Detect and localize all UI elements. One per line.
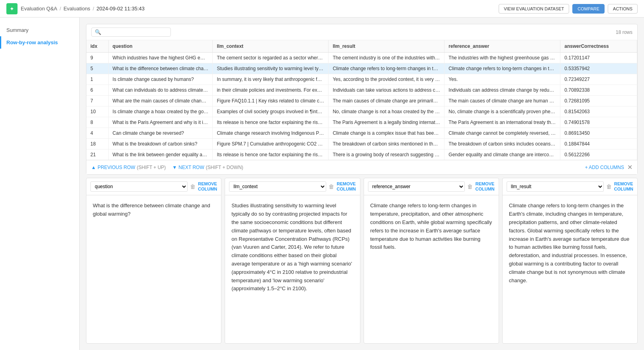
search-box[interactable]: 🔍 — [91, 28, 171, 37]
cell-llm-context: Its release is hence one factor explaini… — [213, 149, 329, 160]
next-row-label: NEXT ROW — [178, 165, 204, 170]
cell-idx: 9 — [86, 53, 108, 63]
table-row[interactable]: 6 What can individuals do to address cli… — [86, 85, 637, 96]
search-icon: 🔍 — [95, 29, 101, 35]
col-header-reference-answer[interactable]: reference_answer — [444, 40, 560, 53]
table-row[interactable]: 7 What are the main causes of climate ch… — [86, 96, 637, 106]
breadcrumb: Evaluation Q&A / Evaluations / 2024-09-0… — [21, 6, 145, 12]
actions-button[interactable]: ACTIONS — [608, 4, 638, 14]
table-row[interactable]: 18 What is the breakdown of carbon sinks… — [86, 139, 637, 149]
cell-llm-context: Its release is hence one factor explaini… — [213, 117, 329, 128]
table-row[interactable]: 10 Is climate change a hoax created by t… — [86, 106, 637, 117]
cell-idx: 1 — [86, 74, 108, 85]
cell-llm-result: The main causes of climate change are pr… — [329, 96, 444, 106]
delete-column-icon[interactable]: 🗑 — [606, 183, 612, 190]
cell-idx: 10 — [86, 106, 108, 117]
cell-answer-correctness: 0.72681095 — [560, 96, 637, 106]
view-dataset-button[interactable]: VIEW EVALUATION DATASET — [499, 4, 569, 14]
columns-row: questionllm_contextllm_resultreference_a… — [86, 178, 638, 344]
col-header-answer-correctness[interactable]: answerCorrectness — [560, 40, 637, 53]
delete-column-icon[interactable]: 🗑 — [190, 183, 196, 190]
col-header-llm-result[interactable]: llm_result — [329, 40, 444, 53]
delete-column-icon[interactable]: 🗑 — [329, 183, 334, 190]
col-header-llm-context[interactable]: llm_context — [213, 40, 329, 53]
sidebar-item-summary[interactable]: Summary — [0, 24, 79, 36]
table-scroll[interactable]: idx question llm_context llm_result refe… — [86, 40, 637, 160]
cell-question: What is the breakdown of carbon sinks? — [108, 139, 213, 149]
cell-answer-correctness: 0.70892338 — [560, 85, 637, 96]
cell-llm-context: in their climate policies and investment… — [213, 85, 329, 96]
table-row[interactable]: 9 Which industries have the highest GHG … — [86, 53, 637, 63]
topbar-right: VIEW EVALUATION DATASET COMPARE ACTIONS — [499, 4, 638, 14]
detail-panel-panel-reference-answer: questionllm_contextllm_resultreference_a… — [364, 178, 499, 344]
cell-idx: 18 — [86, 139, 108, 149]
cell-answer-correctness: 0.17201147 — [560, 53, 637, 63]
down-arrow-icon: ▼ — [172, 165, 177, 170]
cell-idx: 5 — [86, 63, 108, 74]
column-select[interactable]: questionllm_contextllm_resultreference_a… — [368, 181, 465, 192]
table-row[interactable]: 4 Can climate change be reversed? Climat… — [86, 128, 637, 139]
cell-llm-context: Studies illustrating sensitivity to warm… — [213, 63, 329, 74]
cell-question: Is climate change a hoax created by the … — [108, 106, 213, 117]
cell-question: Which industries have the highest GHG em… — [108, 53, 213, 63]
cell-answer-correctness: 0.56122266 — [560, 149, 637, 160]
cell-reference-answer: Yes. — [444, 74, 560, 85]
rows-count: 18 rows — [616, 29, 632, 35]
nav-row: ▲ PREVIOUS ROW (SHIFT + UP) ▼ NEXT ROW (… — [86, 160, 637, 174]
table-row[interactable]: 5 What is the difference between climate… — [86, 63, 637, 74]
cell-reference-answer: Climate change refers to long-term chang… — [444, 63, 560, 74]
table-area: 🔍 18 rows idx question llm_context llm_r… — [86, 24, 638, 175]
breadcrumb-item-2[interactable]: Evaluations — [63, 6, 90, 12]
table-row[interactable]: 8 What is the Paris Agreement and why is… — [86, 117, 637, 128]
compare-button[interactable]: COMPARE — [572, 4, 605, 14]
sidebar-item-row-by-row[interactable]: Row-by-row analysis — [0, 36, 79, 49]
cell-question: Can climate change be reversed? — [108, 128, 213, 139]
table-toolbar: 🔍 18 rows — [86, 24, 637, 40]
cell-reference-answer: The main causes of climate change are hu… — [444, 96, 560, 106]
column-select[interactable]: questionllm_contextllm_resultreference_a… — [229, 181, 326, 192]
column-select[interactable]: questionllm_contextllm_resultreference_a… — [507, 181, 604, 192]
topbar-left: ✦ Evaluation Q&A / Evaluations / 2024-09… — [6, 3, 145, 14]
col-header-idx[interactable]: idx — [86, 40, 108, 53]
add-columns-button[interactable]: + ADD COLUMNS — [585, 165, 624, 170]
column-panel-header: questionllm_contextllm_resultreference_a… — [86, 178, 221, 195]
col-header-question[interactable]: question — [108, 40, 213, 53]
up-arrow-icon: ▲ — [91, 165, 96, 170]
table-row[interactable]: 1 Is climate change caused by humans? In… — [86, 74, 637, 85]
cell-answer-correctness: 0.86913450 — [560, 128, 637, 139]
data-table: idx question llm_context llm_result refe… — [86, 40, 637, 160]
cell-idx: 4 — [86, 128, 108, 139]
column-content: Climate change refers to long-term chang… — [364, 195, 499, 343]
cell-idx: 8 — [86, 117, 108, 128]
delete-column-icon[interactable]: 🗑 — [467, 183, 473, 190]
remove-column-button[interactable]: REMOVE COLUMN — [475, 181, 494, 192]
cell-llm-result: Climate change is a complex issue that h… — [329, 128, 444, 139]
next-row-button[interactable]: ▼ NEXT ROW (SHIFT + DOWN) — [172, 165, 243, 170]
breadcrumb-item-1[interactable]: Evaluation Q&A — [21, 6, 57, 12]
cell-reference-answer: Individuals can address climate change b… — [444, 85, 560, 96]
cell-question: What is the link between gender equality… — [108, 149, 213, 160]
cell-idx: 7 — [86, 96, 108, 106]
cell-idx: 21 — [86, 149, 108, 160]
remove-column-button[interactable]: REMOVE COLUMN — [614, 181, 633, 192]
remove-column-button[interactable]: REMOVE COLUMN — [198, 181, 217, 192]
detail-panel-panel-question: questionllm_contextllm_resultreference_a… — [86, 178, 221, 344]
remove-column-button[interactable]: REMOVE COLUMN — [337, 181, 356, 192]
cell-llm-context: Climate change research involving Indige… — [213, 128, 329, 139]
cell-reference-answer: Climate change cannot be completely reve… — [444, 128, 560, 139]
cell-question: What is the difference between climate c… — [108, 63, 213, 74]
column-select[interactable]: questionllm_contextllm_resultreference_a… — [90, 181, 188, 192]
column-content: Climate change refers to long-term chang… — [503, 195, 637, 343]
close-detail-button[interactable]: ✕ — [627, 163, 632, 171]
column-content: Studies illustrating sensitivity to warm… — [225, 195, 360, 343]
breadcrumb-sep-1: / — [60, 6, 61, 12]
table-row[interactable]: 21 What is the link between gender equal… — [86, 149, 637, 160]
cell-llm-result: The breakdown of carbon sinks mentioned … — [329, 139, 444, 149]
search-input[interactable] — [103, 29, 167, 35]
prev-row-button[interactable]: ▲ PREVIOUS ROW (SHIFT + UP) — [91, 165, 166, 170]
cell-reference-answer: The industries with the highest greenhou… — [444, 53, 560, 63]
nav-row-right: + ADD COLUMNS ✕ — [585, 163, 632, 171]
prev-row-label: PREVIOUS ROW — [98, 165, 135, 170]
topbar: ✦ Evaluation Q&A / Evaluations / 2024-09… — [0, 0, 644, 18]
cell-reference-answer: The breakdown of carbon sinks includes o… — [444, 139, 560, 149]
